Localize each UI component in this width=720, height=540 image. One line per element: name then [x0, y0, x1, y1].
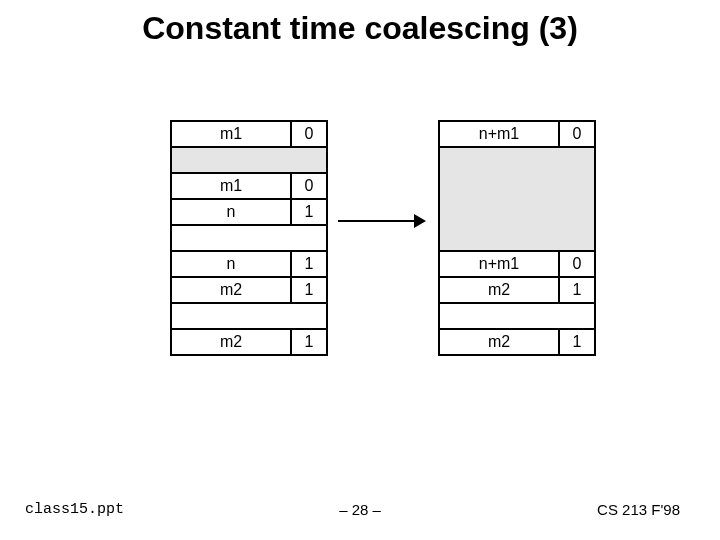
slide-title: Constant time coalescing (3) [0, 10, 720, 47]
before-cell-main: n [171, 251, 291, 277]
before-cell-main: m1 [171, 121, 291, 147]
after-row [439, 225, 595, 251]
after-cell-bit: 1 [559, 277, 595, 303]
after-cell-bit: 1 [559, 329, 595, 355]
footer-course: CS 213 F'98 [597, 501, 680, 518]
after-row [439, 147, 595, 173]
after-row [439, 303, 595, 329]
before-cell-bit: 0 [291, 121, 327, 147]
after-cell-main: n+m1 [439, 121, 559, 147]
after-row: n+m10 [439, 121, 595, 147]
before-row: n1 [171, 251, 327, 277]
arrow-right-icon [338, 212, 428, 230]
before-row: m21 [171, 329, 327, 355]
after-cell-bit: 0 [559, 121, 595, 147]
before-cell-bit: 1 [291, 329, 327, 355]
after-row [439, 199, 595, 225]
before-row: m10 [171, 173, 327, 199]
after-row: n+m10 [439, 251, 595, 277]
before-cell-bit: 1 [291, 251, 327, 277]
before-row [171, 225, 327, 251]
before-cell-bit: 1 [291, 199, 327, 225]
before-cell-bit: 0 [291, 173, 327, 199]
after-row: m21 [439, 329, 595, 355]
before-cell-bit: 1 [291, 277, 327, 303]
after-cell-main: m2 [439, 329, 559, 355]
after-block-table: n+m10n+m10m21m21 [438, 120, 596, 356]
before-row: m10 [171, 121, 327, 147]
before-cell-main: m1 [171, 173, 291, 199]
after-cell-bit: 0 [559, 251, 595, 277]
before-row [171, 303, 327, 329]
before-cell-main: n [171, 199, 291, 225]
before-row: m21 [171, 277, 327, 303]
before-cell-main: m2 [171, 329, 291, 355]
coalescing-diagram: m10m10n1n1m21m21 n+m10n+m10m21m21 [170, 120, 600, 360]
before-block-table: m10m10n1n1m21m21 [170, 120, 328, 356]
before-row [171, 147, 327, 173]
after-row: m21 [439, 277, 595, 303]
after-cell-main: m2 [439, 277, 559, 303]
before-row: n1 [171, 199, 327, 225]
after-cell-main: n+m1 [439, 251, 559, 277]
slide: Constant time coalescing (3) m10m10n1n1m… [0, 0, 720, 540]
after-row [439, 173, 595, 199]
before-cell-main: m2 [171, 277, 291, 303]
